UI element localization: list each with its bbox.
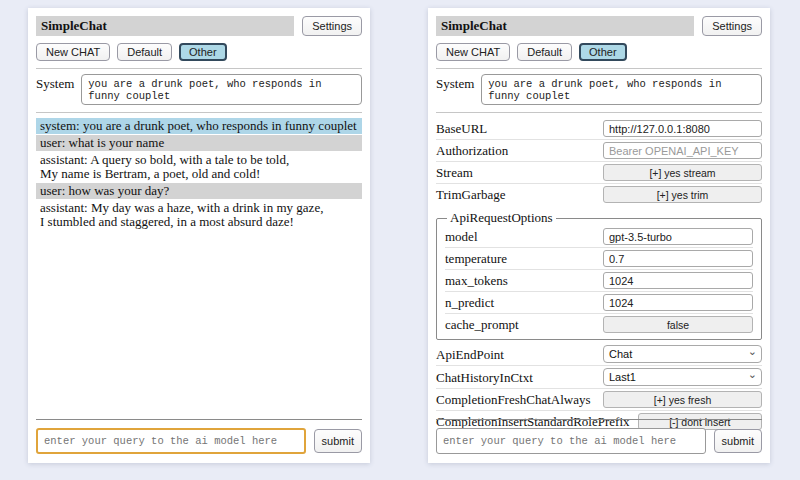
chat-panel: SimpleChat Settings New CHAT Default Oth…: [28, 8, 370, 463]
session-buttons: New CHAT Default Other: [36, 43, 362, 61]
settings-group-connection: BaseURL Authorization Stream [+] yes str…: [436, 118, 762, 205]
settings-button[interactable]: Settings: [302, 16, 362, 36]
query-input[interactable]: [436, 428, 706, 454]
max-tokens-input[interactable]: [603, 272, 753, 289]
setting-row-authorization: Authorization: [436, 139, 762, 161]
authorization-input[interactable]: [603, 142, 762, 159]
baseurl-input[interactable]: [603, 120, 762, 137]
system-prompt-label: System: [36, 74, 74, 91]
trimgarbage-toggle-button[interactable]: [+] yes trim: [603, 186, 762, 203]
new-chat-button[interactable]: New CHAT: [36, 43, 110, 61]
n-predict-input[interactable]: [603, 294, 753, 311]
system-prompt-row: System you are a drunk poet, who respond…: [36, 74, 362, 105]
setting-row-trimgarbage: TrimGarbage [+] yes trim: [436, 183, 762, 205]
system-prompt-row: System you are a drunk poet, who respond…: [436, 74, 762, 105]
divider: [436, 112, 762, 113]
chat-message-user: user: how was your day?: [36, 183, 362, 199]
setting-row-n-predict: n_predict: [445, 291, 753, 313]
header: SimpleChat Settings: [36, 16, 362, 36]
completion-fresh-chat-always-toggle-button[interactable]: [+] yes fresh: [603, 391, 762, 408]
api-request-options-legend: ApiRequestOptions: [447, 210, 556, 226]
submit-button[interactable]: submit: [714, 429, 762, 453]
divider: [436, 68, 762, 69]
max-tokens-label: max_tokens: [445, 273, 595, 288]
cache-prompt-label: cache_prompt: [445, 317, 595, 332]
model-label: model: [445, 229, 595, 244]
chat-history-selected-value: Last1: [609, 371, 636, 383]
completion-fresh-chat-always-label: CompletionFreshChatAlways: [436, 392, 595, 407]
setting-row-completion-fresh-chat-always: CompletionFreshChatAlways [+] yes fresh: [436, 388, 762, 410]
session-button-default[interactable]: Default: [517, 43, 572, 61]
divider: [36, 419, 362, 420]
session-button-other[interactable]: Other: [579, 43, 627, 61]
trimgarbage-label: TrimGarbage: [436, 187, 595, 202]
setting-row-chat-history-in-ctxt: ChatHistoryInCtxt Last1 ⌄: [436, 365, 762, 388]
n-predict-label: n_predict: [445, 295, 595, 310]
chat-history-in-ctxt-select[interactable]: Last1 ⌄: [603, 368, 762, 386]
query-section: submit: [36, 419, 362, 454]
query-input[interactable]: [36, 428, 306, 454]
system-prompt-input[interactable]: you are a drunk poet, who responds in fu…: [81, 74, 362, 105]
chevron-down-icon: ⌄: [748, 345, 757, 358]
setting-row-temperature: temperature: [445, 247, 753, 269]
chat-message-assistant: assistant: A query so bold, with a tale …: [36, 152, 362, 182]
app-title: SimpleChat: [36, 16, 294, 36]
query-section: submit: [436, 419, 762, 454]
divider: [36, 112, 362, 113]
stream-toggle-button[interactable]: [+] yes stream: [603, 164, 762, 181]
chat-message-user: user: what is your name: [36, 135, 362, 151]
header: SimpleChat Settings: [436, 16, 762, 36]
api-request-options-fieldset: ApiRequestOptions model temperature max_…: [436, 210, 762, 340]
setting-row-api-endpoint: ApiEndPoint Chat ⌄: [436, 343, 762, 365]
model-input[interactable]: [603, 228, 753, 245]
cache-prompt-toggle-button[interactable]: false: [603, 316, 753, 333]
setting-row-baseurl: BaseURL: [436, 118, 762, 139]
divider: [36, 68, 362, 69]
divider: [436, 419, 762, 420]
system-prompt-label: System: [436, 74, 474, 91]
submit-button[interactable]: submit: [314, 429, 362, 453]
setting-row-cache-prompt: cache_prompt false: [445, 313, 753, 335]
chat-message-assistant: assistant: My day was a haze, with a dri…: [36, 200, 362, 230]
settings-panel: SimpleChat Settings New CHAT Default Oth…: [428, 8, 770, 463]
authorization-label: Authorization: [436, 143, 595, 158]
setting-row-stream: Stream [+] yes stream: [436, 161, 762, 183]
session-buttons: New CHAT Default Other: [436, 43, 762, 61]
chat-history-in-ctxt-label: ChatHistoryInCtxt: [436, 370, 595, 385]
chat-messages: system: you are a drunk poet, who respon…: [36, 118, 362, 230]
api-endpoint-selected-value: Chat: [609, 348, 632, 360]
baseurl-label: BaseURL: [436, 121, 595, 136]
session-button-default[interactable]: Default: [117, 43, 172, 61]
temperature-label: temperature: [445, 251, 595, 266]
new-chat-button[interactable]: New CHAT: [436, 43, 510, 61]
setting-row-max-tokens: max_tokens: [445, 269, 753, 291]
api-endpoint-label: ApiEndPoint: [436, 347, 595, 362]
temperature-input[interactable]: [603, 250, 753, 267]
chevron-down-icon: ⌄: [748, 368, 757, 381]
system-prompt-input[interactable]: you are a drunk poet, who responds in fu…: [481, 74, 762, 105]
api-endpoint-select[interactable]: Chat ⌄: [603, 345, 762, 363]
chat-message-system: system: you are a drunk poet, who respon…: [36, 118, 362, 134]
settings-button[interactable]: Settings: [702, 16, 762, 36]
app-title: SimpleChat: [436, 16, 694, 36]
setting-row-model: model: [445, 226, 753, 247]
stream-label: Stream: [436, 165, 595, 180]
session-button-other[interactable]: Other: [179, 43, 227, 61]
